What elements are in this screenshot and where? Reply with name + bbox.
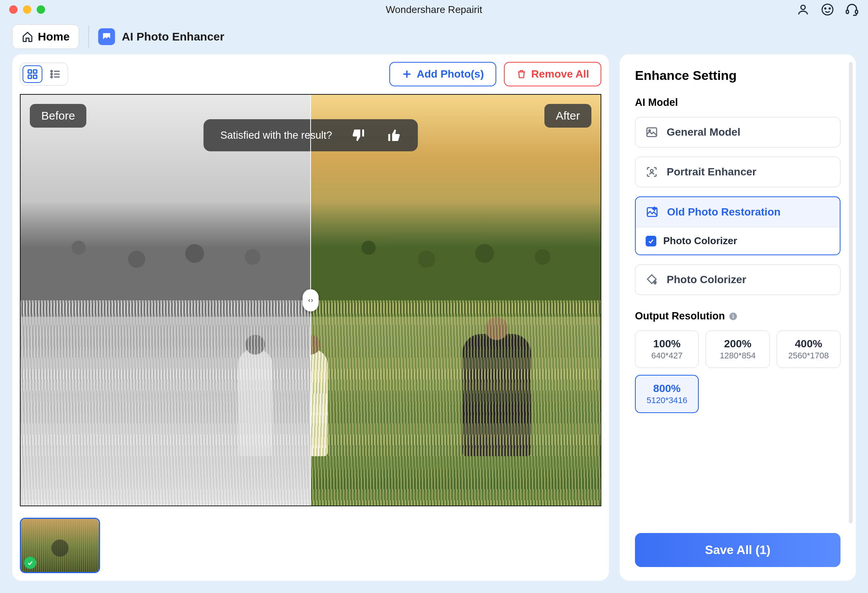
model-general[interactable]: General Model [635, 117, 840, 147]
thumbs-up-icon [385, 128, 401, 143]
model-label: Photo Colorizer [667, 274, 746, 286]
resolution-pct: 400% [782, 338, 836, 350]
list-icon [50, 68, 61, 80]
home-icon [22, 31, 33, 42]
svg-point-0 [801, 5, 805, 10]
minimize-window-button[interactable] [23, 5, 31, 14]
thumbs-down-icon [351, 128, 366, 143]
before-badge: Before [30, 104, 86, 128]
grid-icon [27, 68, 38, 80]
svg-rect-7 [28, 70, 32, 73]
comparison-slider-handle[interactable]: ‹› [303, 289, 319, 311]
model-sub-option[interactable]: Photo Colorizer [636, 227, 840, 254]
paint-bucket-icon [645, 273, 658, 286]
svg-point-2 [825, 8, 826, 9]
breadcrumb: Home AI Photo Enhancer [0, 19, 868, 54]
add-photo-label: Add Photo(s) [417, 68, 484, 80]
maximize-window-button[interactable] [37, 5, 45, 14]
toolbar: Add Photo(s) Remove All [20, 62, 601, 86]
trash-icon [516, 69, 527, 79]
view-toggle-group [20, 63, 68, 86]
image-icon [645, 126, 658, 139]
save-all-button[interactable]: Save All (1) [635, 533, 840, 567]
window-controls [9, 5, 45, 14]
model-portrait[interactable]: Portrait Enhancer [635, 157, 840, 187]
svg-point-13 [51, 73, 52, 75]
titlebar: Wondershare Repairit [0, 0, 868, 19]
svg-rect-4 [846, 10, 849, 14]
svg-rect-5 [855, 10, 858, 14]
section-title: AI Photo Enhancer [122, 30, 224, 43]
panel-title: Enhance Setting [635, 68, 840, 83]
model-label: General Model [667, 126, 740, 138]
home-label: Home [38, 30, 70, 43]
restore-icon [646, 206, 659, 219]
thumbs-down-button[interactable] [351, 128, 366, 143]
feedback-icon[interactable] [821, 3, 834, 16]
resolution-dim: 2560*1708 [782, 351, 836, 361]
resolution-dim: 1280*854 [711, 351, 764, 361]
svg-point-3 [829, 8, 830, 9]
chevron-right-icon: › [311, 296, 313, 304]
account-icon[interactable] [796, 3, 810, 16]
after-image [311, 95, 601, 506]
plus-icon [402, 69, 412, 79]
svg-point-6 [104, 34, 106, 36]
remove-all-button[interactable]: Remove All [504, 62, 601, 86]
resolution-option-400[interactable]: 400% 2560*1708 [777, 331, 840, 368]
svg-point-20 [649, 130, 650, 131]
thumbnail-item[interactable] [20, 518, 100, 573]
model-colorizer[interactable]: Photo Colorizer [635, 264, 840, 295]
thumbs-up-button[interactable] [385, 128, 401, 143]
remove-all-label: Remove All [531, 68, 589, 80]
before-image [21, 95, 311, 506]
resolution-pct: 200% [711, 338, 764, 350]
model-label: Portrait Enhancer [667, 166, 756, 178]
svg-rect-9 [28, 75, 32, 79]
resolution-option-100[interactable]: 100% 640*427 [635, 331, 699, 368]
info-icon[interactable]: i [729, 312, 738, 321]
svg-point-15 [51, 76, 52, 78]
svg-rect-8 [34, 70, 37, 73]
save-label: Save All (1) [705, 543, 770, 557]
svg-point-11 [51, 71, 52, 72]
support-icon[interactable] [845, 3, 859, 16]
svg-rect-10 [34, 75, 37, 79]
list-view-button[interactable] [45, 65, 65, 83]
check-icon [648, 238, 654, 245]
editor-panel: Add Photo(s) Remove All [12, 54, 609, 581]
sub-option-label: Photo Colorizer [663, 235, 737, 247]
svg-point-21 [650, 170, 653, 172]
resolution-dim: 5120*3416 [640, 395, 693, 405]
preview-area: Before After Satisfied with the result? … [20, 94, 601, 506]
add-photo-button[interactable]: Add Photo(s) [389, 62, 496, 86]
svg-point-1 [822, 4, 833, 15]
breadcrumb-section: AI Photo Enhancer [98, 28, 224, 45]
breadcrumb-separator [88, 26, 89, 48]
resolution-option-200[interactable]: 200% 1280*854 [706, 331, 769, 368]
output-resolution-label: Output Resolution i [635, 310, 840, 322]
model-old-photo[interactable]: Old Photo Restoration Photo Colorizer [635, 196, 840, 255]
svg-text:i: i [733, 313, 734, 319]
grid-view-button[interactable] [23, 65, 42, 83]
resolution-pct: 100% [640, 338, 694, 350]
after-badge: After [544, 104, 591, 128]
face-scan-icon [645, 165, 658, 178]
settings-panel: Enhance Setting AI Model General Model P… [620, 54, 856, 581]
processed-check-icon [24, 557, 36, 569]
home-button[interactable]: Home [12, 24, 79, 49]
model-label: Old Photo Restoration [667, 206, 781, 218]
resolution-option-800[interactable]: 800% 5120*3416 [635, 375, 699, 413]
ai-model-label: AI Model [635, 97, 840, 109]
resolution-pct: 800% [640, 382, 693, 395]
app-title: Wondershare Repairit [386, 4, 482, 16]
chevron-left-icon: ‹ [308, 296, 311, 304]
enhancer-icon [98, 28, 115, 45]
colorizer-checkbox[interactable] [646, 236, 656, 246]
close-window-button[interactable] [9, 5, 18, 14]
resolution-dim: 640*427 [640, 351, 694, 361]
feedback-prompt: Satisfied with the result? [220, 130, 332, 141]
thumbnail-strip [20, 514, 601, 573]
